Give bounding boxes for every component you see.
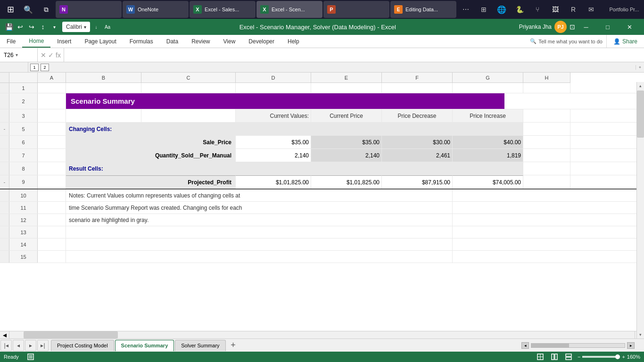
maximize-btn[interactable]: □ — [597, 19, 619, 35]
cell-f6[interactable]: $30.00 — [382, 136, 453, 148]
cell-f5[interactable] — [382, 123, 453, 135]
cell-a12[interactable] — [38, 214, 66, 226]
group-level-1[interactable]: 1 — [30, 64, 39, 71]
task-view-icon[interactable]: ⧉ — [38, 1, 55, 18]
cell-h1[interactable] — [523, 83, 570, 93]
scrollbar-thumb[interactable] — [24, 331, 118, 338]
scroll-track-left[interactable]: ◂ — [521, 342, 529, 349]
quantity-label[interactable]: Quantity_Sold__Per_Manual — [66, 149, 236, 162]
close-btn[interactable]: ✕ — [619, 19, 640, 35]
start-button[interactable]: ⊞ — [2, 1, 19, 18]
cell-d7[interactable]: 2,140 — [236, 149, 311, 162]
browser-icon[interactable]: 🌐 — [493, 1, 510, 18]
cell-e7[interactable]: 2,140 — [311, 149, 382, 162]
font-format-btn[interactable]: Aa — [102, 22, 113, 32]
cell-e3[interactable]: Current Price — [311, 109, 382, 122]
r-icon[interactable]: R — [565, 1, 582, 18]
v-scrollbar[interactable]: ▴ ▾ — [636, 82, 644, 338]
cell-b14[interactable] — [66, 239, 453, 250]
cell-e1[interactable] — [311, 83, 382, 93]
cell-reference[interactable]: T26 ▾ — [0, 48, 38, 62]
add-sheet-btn[interactable]: + — [228, 340, 239, 351]
v-scroll-track[interactable] — [637, 90, 644, 331]
cell-h3[interactable] — [523, 109, 570, 122]
tab-developer[interactable]: Developer — [242, 35, 281, 48]
font-size-down-btn[interactable]: ↓ — [91, 22, 101, 32]
tab-home[interactable]: Home — [22, 35, 50, 48]
onenote-app[interactable]: N — [56, 1, 122, 18]
scroll-left-btn[interactable]: ◂ — [0, 331, 9, 338]
scroll-track-right[interactable]: ▸ — [627, 342, 635, 349]
cell-f3[interactable]: Price Decrease — [382, 109, 453, 122]
tab-review[interactable]: Review — [185, 35, 216, 48]
tab-nav-last[interactable]: ▸| — [37, 340, 49, 351]
save-quick-btn[interactable]: 💾 — [4, 22, 14, 32]
cell-a9[interactable] — [38, 175, 66, 189]
cell-g8[interactable] — [453, 162, 523, 175]
cell-f7[interactable]: 2,461 — [382, 149, 453, 162]
cell-d6[interactable]: $35.00 — [236, 136, 311, 148]
h-scroll-mini-thumb[interactable] — [531, 344, 569, 347]
cell-a15[interactable] — [38, 251, 66, 263]
scrollbar-track[interactable] — [9, 331, 635, 338]
cell-g5[interactable] — [453, 123, 523, 135]
tab-nav-next[interactable]: ▸ — [25, 340, 36, 351]
photo-icon[interactable]: 🖼 — [547, 1, 564, 18]
cell-b13[interactable] — [66, 226, 453, 238]
tab-scenario-summary[interactable]: Scenario Summary — [115, 340, 174, 351]
notes-line-3[interactable]: scenario are highlighted in gray. — [66, 214, 453, 226]
h-scroll-mini[interactable] — [531, 343, 625, 348]
confirm-formula-icon[interactable]: ✓ — [48, 51, 54, 59]
formula-input[interactable] — [64, 48, 644, 62]
tab-help[interactable]: Help — [281, 35, 306, 48]
tab-insert[interactable]: Insert — [50, 35, 78, 48]
scenario-summary-header-cell[interactable]: Scenario Summary — [66, 93, 457, 109]
tab-data[interactable]: Data — [160, 35, 185, 48]
cell-e8[interactable] — [311, 162, 382, 175]
tab-page-layout[interactable]: Page Layout — [78, 35, 123, 48]
minimize-btn[interactable]: ─ — [575, 19, 597, 35]
cell-b3[interactable] — [66, 109, 141, 122]
zoom-out-btn[interactable]: − — [578, 354, 580, 360]
redo-btn[interactable]: ↪ — [26, 22, 37, 32]
font-selector[interactable]: Calibri ▾ — [62, 22, 90, 32]
cell-c1[interactable] — [141, 83, 236, 93]
cell-a14[interactable] — [38, 239, 66, 250]
cell-h5[interactable] — [523, 123, 570, 135]
cell-f8[interactable] — [382, 162, 453, 175]
cell-d1[interactable] — [236, 83, 311, 93]
result-cells-cell[interactable]: Result Cells: — [66, 162, 236, 175]
sale-price-label[interactable]: Sale_Price — [66, 136, 236, 148]
tab-nav-first[interactable]: |◂ — [0, 340, 12, 351]
cell-d9[interactable]: $1,01,825.00 — [236, 175, 311, 189]
cell-g1[interactable] — [453, 83, 523, 93]
tab-nav-prev[interactable]: ◂ — [13, 340, 24, 351]
cell-a2[interactable] — [38, 93, 66, 109]
cell-d5[interactable] — [236, 123, 311, 135]
h-scrollbar[interactable]: ◂ ▸ — [0, 331, 644, 338]
cancel-formula-icon[interactable]: ✕ — [41, 51, 46, 59]
cell-g3[interactable]: Price Increase — [453, 109, 523, 122]
zoom-slider-thumb[interactable] — [615, 354, 620, 359]
undo-btn[interactable]: ↩ — [15, 22, 25, 32]
share-btn[interactable]: 👤 Share — [606, 35, 644, 48]
grid-icon[interactable]: ⊞ — [475, 1, 492, 18]
cell-b15[interactable] — [66, 251, 453, 263]
cell-h7[interactable] — [523, 149, 570, 162]
cell-c3[interactable] — [141, 109, 236, 122]
cell-d8[interactable] — [236, 162, 311, 175]
cell-a5[interactable] — [38, 123, 66, 135]
more-apps-icon[interactable]: ⋯ — [457, 1, 474, 18]
editing-app[interactable]: E Editing Data... — [390, 1, 456, 18]
zoom-controls[interactable]: − + 160% — [578, 354, 640, 360]
normal-view-btn[interactable] — [535, 353, 545, 361]
cell-ref-dropdown[interactable]: ▾ — [16, 52, 18, 58]
notes-line-1[interactable]: Notes: Current Values column represents … — [66, 189, 453, 201]
zoom-in-btn[interactable]: + — [622, 354, 625, 360]
cell-g9[interactable]: $74,005.00 — [453, 175, 523, 189]
mail-icon[interactable]: ✉ — [583, 1, 600, 18]
tab-view[interactable]: View — [217, 35, 242, 48]
cell-a3[interactable] — [38, 109, 66, 122]
tab-file[interactable]: File — [0, 35, 22, 48]
cell-mode-icon[interactable] — [27, 354, 34, 360]
